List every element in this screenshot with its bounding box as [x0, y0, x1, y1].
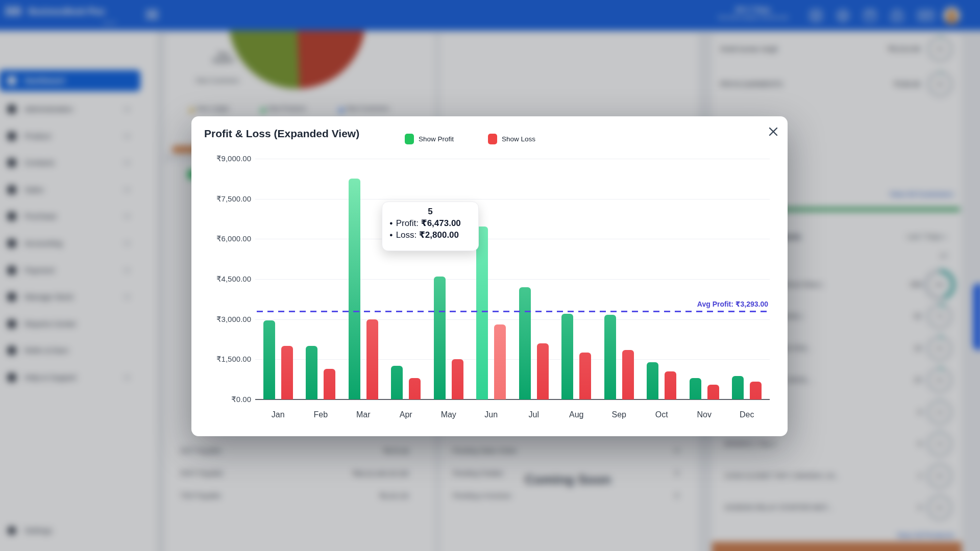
y-tick-label: ₹3,000.00 [195, 315, 251, 324]
profit-bar-dec[interactable] [732, 376, 744, 399]
loss-bar-apr[interactable] [409, 378, 421, 399]
x-tick-label: Nov [684, 410, 725, 419]
loss-bar-mar[interactable] [366, 319, 378, 399]
gridline [255, 239, 770, 239]
loss-bar-may[interactable] [452, 359, 463, 399]
y-tick-label: ₹1,500.00 [195, 355, 251, 364]
x-tick-label: Aug [556, 410, 597, 419]
gridline [255, 319, 770, 320]
loss-bar-feb[interactable] [324, 369, 335, 399]
profit-bar-nov[interactable] [690, 378, 701, 399]
profit-bar-oct[interactable] [647, 362, 658, 399]
profit-bar-jan[interactable] [263, 320, 275, 399]
loss-bar-aug[interactable] [579, 353, 591, 399]
loss-bar-sep[interactable] [622, 350, 634, 399]
x-tick-label: Apr [385, 410, 426, 419]
x-tick-label: Oct [641, 410, 682, 419]
x-tick-label: Jul [513, 410, 554, 419]
x-tick-label: Jun [471, 410, 511, 419]
profit-bar-sep[interactable] [604, 315, 616, 399]
x-tick-label: Jan [258, 410, 299, 419]
y-tick-label: ₹0.00 [195, 395, 251, 404]
loss-bar-oct[interactable] [665, 371, 676, 399]
profit-bar-aug[interactable] [561, 314, 573, 399]
loss-bar-jul[interactable] [537, 343, 549, 399]
x-tick-label: Sep [599, 410, 640, 419]
profit-loss-modal: Profit & Loss (Expanded View) Show Profi… [191, 116, 788, 436]
gridline [255, 159, 770, 159]
gridline [255, 359, 770, 360]
loss-bar-jun[interactable] [494, 324, 506, 399]
loss-bar-dec[interactable] [750, 382, 762, 399]
avg-profit-label: Avg Profit: ₹3,293.00 [605, 300, 768, 308]
tooltip-loss-row: ●Loss: ₹2,800.00 [389, 230, 478, 240]
x-tick-label: Mar [343, 410, 384, 419]
avg-profit-line [257, 311, 768, 312]
profit-bar-jun[interactable] [476, 227, 488, 399]
profit-bar-may[interactable] [434, 277, 446, 399]
y-tick-label: ₹7,500.00 [195, 194, 251, 204]
app-root: New Supplier New Customers New LedgerNew… [0, 0, 980, 551]
bar-chart: ₹0.00₹1,500.00₹3,000.00₹4,500.00₹6,000.0… [191, 116, 788, 436]
profit-bar-feb[interactable] [306, 346, 317, 399]
profit-bar-apr[interactable] [391, 366, 403, 399]
tooltip-profit-row: ●Profit: ₹6,473.00 [389, 218, 478, 229]
profit-bar-jul[interactable] [519, 287, 531, 399]
y-tick-label: ₹9,000.00 [195, 154, 251, 163]
gridline [255, 279, 770, 280]
x-tick-label: Feb [300, 410, 341, 419]
x-tick-label: Dec [726, 410, 767, 419]
y-tick-label: ₹6,000.00 [195, 234, 251, 243]
loss-bar-jan[interactable] [281, 346, 293, 399]
chart-tooltip: 5 ●Profit: ₹6,473.00 ●Loss: ₹2,800.00 [382, 202, 479, 251]
loss-bar-nov[interactable] [707, 385, 719, 399]
profit-bar-mar[interactable] [349, 179, 360, 399]
x-tick-label: May [428, 410, 469, 419]
y-tick-label: ₹4,500.00 [195, 274, 251, 284]
tooltip-title: 5 [382, 207, 478, 217]
gridline [255, 199, 770, 199]
